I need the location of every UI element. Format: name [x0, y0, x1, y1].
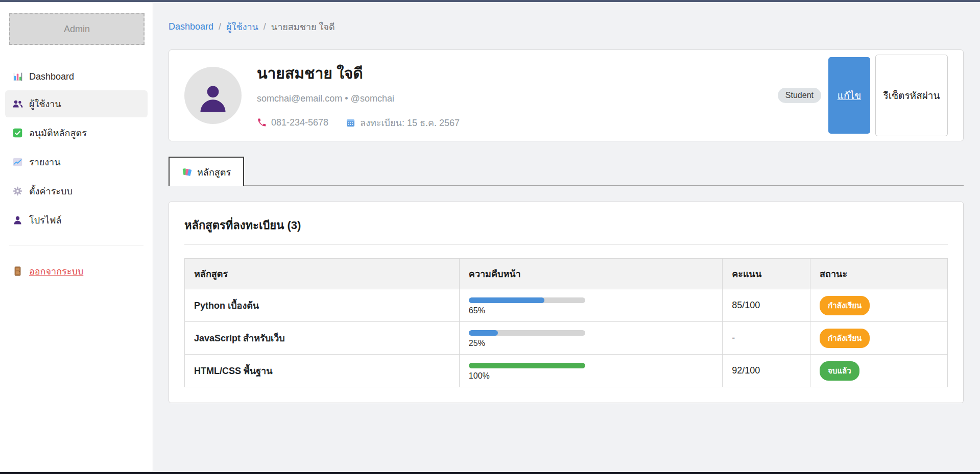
status-cell: กำลังเรียน	[810, 322, 948, 355]
courses-table: หลักสูตร ความคืบหน้า คะแนน สถานะ Python …	[184, 258, 948, 387]
admin-brand-label: Admin	[64, 24, 90, 35]
progress-label: 25%	[469, 339, 713, 348]
table-row: Python เบื้องต้น 65% 85/100 กำลังเรียน	[185, 289, 948, 322]
section-divider	[184, 244, 948, 245]
bottom-edge-bar	[0, 472, 980, 474]
books-icon	[182, 167, 192, 177]
sidebar-item-label: ตั้งค่าระบบ	[29, 184, 73, 198]
courses-card: หลักสูตรที่ลงทะเบียน (3) หลักสูตร ความคื…	[169, 202, 964, 403]
progress-bar	[469, 363, 585, 368]
score-cell: 85/100	[723, 289, 810, 322]
progress-fill	[469, 330, 498, 336]
progress-label: 100%	[469, 371, 713, 381]
main-content: Dashboard / ผู้ใช้งาน / นายสมชาย ใจดี นา…	[153, 2, 980, 472]
status-badge-role: Student	[778, 88, 821, 103]
table-row: HTML/CSS พื้นฐาน 100% 92/100 จบแล้ว	[185, 355, 948, 387]
status-badge: จบแล้ว	[820, 361, 859, 381]
approve-check-icon	[12, 128, 23, 138]
breadcrumb-separator: /	[264, 21, 266, 32]
progress-fill	[469, 297, 544, 303]
sidebar-nav: Dashboard ผู้ใช้งาน อนุมัติหลักสูตร รายง…	[5, 65, 148, 234]
avatar	[184, 67, 242, 124]
progress-fill	[469, 363, 585, 368]
admin-brand-box: Admin	[9, 13, 145, 45]
breadcrumb-users-link[interactable]: ผู้ใช้งาน	[226, 19, 258, 34]
phone-icon	[257, 118, 267, 128]
dashboard-icon	[12, 71, 23, 82]
sidebar: Admin Dashboard ผู้ใช้งาน อนุมัติหลักสูต…	[0, 2, 153, 472]
breadcrumb-separator: /	[219, 21, 221, 32]
phone-item: 081-234-5678	[257, 117, 328, 128]
progress-cell: 25%	[459, 322, 722, 355]
status-badge: กำลังเรียน	[820, 329, 870, 348]
table-row: JavaScript สำหรับเว็บ 25% - กำลังเรียน	[185, 322, 948, 355]
tab-bar: หลักสูตร	[169, 157, 964, 186]
sidebar-item-users[interactable]: ผู้ใช้งาน	[5, 90, 148, 117]
logout-label: ออกจากระบบ	[29, 264, 83, 279]
progress-cell: 100%	[459, 355, 722, 387]
reset-password-button[interactable]: รีเซ็ตรหัสผ่าน	[875, 55, 948, 136]
avatar-person-icon	[197, 83, 229, 115]
app-root: Admin Dashboard ผู้ใช้งาน อนุมัติหลักสูต…	[0, 2, 980, 472]
registered-date: ลงทะเบียน: 15 ธ.ค. 2567	[360, 115, 460, 130]
sidebar-item-approve-courses[interactable]: อนุมัติหลักสูตร	[5, 119, 148, 146]
sidebar-item-settings[interactable]: ตั้งค่าระบบ	[5, 178, 148, 205]
user-meta-row: 081-234-5678 ลงทะเบียน: 15 ธ.ค. 2567	[257, 115, 762, 130]
progress-label: 65%	[469, 306, 713, 315]
column-header-course: หลักสูตร	[185, 259, 460, 289]
tab-courses[interactable]: หลักสูตร	[169, 157, 244, 186]
section-title: หลักสูตรที่ลงทะเบียน (3)	[184, 216, 948, 234]
sidebar-item-label: อนุมัติหลักสูตร	[29, 126, 87, 140]
sidebar-item-dashboard[interactable]: Dashboard	[5, 65, 148, 88]
phone-number: 081-234-5678	[271, 117, 328, 128]
column-header-progress: ความคืบหน้า	[459, 259, 722, 289]
sidebar-item-label: ผู้ใช้งาน	[29, 96, 61, 111]
profile-info: นายสมชาย ใจดี somchai@email.com • @somch…	[257, 61, 762, 130]
course-name: Python เบื้องต้น	[185, 289, 460, 322]
score-cell: -	[723, 322, 810, 355]
sidebar-item-reports[interactable]: รายงาน	[5, 148, 148, 176]
calendar-icon	[346, 118, 355, 128]
breadcrumb-current: นายสมชาย ใจดี	[271, 19, 335, 34]
column-header-status: สถานะ	[810, 259, 948, 289]
table-header-row: หลักสูตร ความคืบหน้า คะแนน สถานะ	[185, 259, 948, 289]
sidebar-item-profile[interactable]: โปรไฟล์	[5, 207, 148, 234]
status-cell: กำลังเรียน	[810, 289, 948, 322]
progress-bar	[469, 330, 585, 336]
progress-bar	[469, 297, 585, 303]
progress-cell: 65%	[459, 289, 722, 322]
profile-card: นายสมชาย ใจดี somchai@email.com • @somch…	[169, 49, 964, 141]
gear-icon	[12, 186, 23, 196]
course-name: JavaScript สำหรับเว็บ	[185, 322, 460, 355]
registered-item: ลงทะเบียน: 15 ธ.ค. 2567	[346, 115, 460, 130]
page-title-user-name: นายสมชาย ใจดี	[257, 61, 762, 85]
logout-button[interactable]: ออกจากระบบ	[5, 259, 148, 284]
status-badge: กำลังเรียน	[820, 296, 870, 315]
sidebar-item-label: โปรไฟล์	[29, 213, 62, 228]
score-cell: 92/100	[723, 355, 810, 387]
sidebar-item-label: Dashboard	[29, 71, 74, 82]
breadcrumb-dashboard-link[interactable]: Dashboard	[169, 21, 213, 32]
reports-chart-icon	[12, 157, 23, 167]
status-cell: จบแล้ว	[810, 355, 948, 387]
edit-button[interactable]: แก้ไข	[828, 57, 870, 134]
person-icon	[12, 215, 23, 226]
column-header-score: คะแนน	[723, 259, 810, 289]
tab-courses-label: หลักสูตร	[197, 165, 231, 180]
sidebar-divider	[9, 245, 144, 245]
breadcrumb: Dashboard / ผู้ใช้งาน / นายสมชาย ใจดี	[169, 19, 964, 34]
user-email-handle: somchai@email.com • @somchai	[257, 93, 762, 104]
sidebar-item-label: รายงาน	[29, 155, 61, 169]
users-icon	[12, 98, 23, 109]
course-name: HTML/CSS พื้นฐาน	[185, 355, 460, 387]
profile-actions: Student แก้ไข รีเซ็ตรหัสผ่าน	[778, 55, 948, 136]
door-icon	[12, 266, 23, 277]
